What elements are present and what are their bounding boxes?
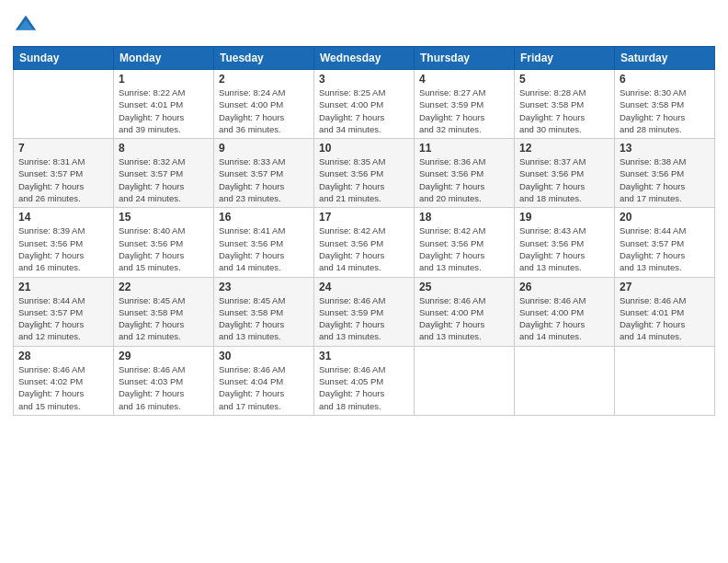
day-detail: Sunrise: 8:40 AM Sunset: 3:56 PM Dayligh… [119, 224, 209, 273]
calendar-cell: 20Sunrise: 8:44 AM Sunset: 3:57 PM Dayli… [615, 208, 715, 277]
calendar-cell: 26Sunrise: 8:46 AM Sunset: 4:00 PM Dayli… [515, 277, 615, 346]
day-number: 27 [620, 281, 710, 293]
calendar-cell [14, 70, 114, 139]
calendar-cell: 23Sunrise: 8:45 AM Sunset: 3:58 PM Dayli… [214, 277, 314, 346]
calendar-week-4: 21Sunrise: 8:44 AM Sunset: 3:57 PM Dayli… [14, 277, 715, 346]
calendar-cell: 12Sunrise: 8:37 AM Sunset: 3:56 PM Dayli… [515, 139, 615, 208]
day-number: 21 [18, 281, 108, 293]
day-number: 23 [219, 281, 309, 293]
day-detail: Sunrise: 8:28 AM Sunset: 3:58 PM Dayligh… [519, 86, 609, 135]
day-detail: Sunrise: 8:44 AM Sunset: 3:57 PM Dayligh… [18, 294, 108, 343]
day-number: 9 [219, 142, 309, 155]
logo-icon [13, 13, 39, 39]
day-number: 3 [319, 73, 409, 86]
col-header-tuesday: Tuesday [214, 47, 314, 70]
calendar-cell: 28Sunrise: 8:46 AM Sunset: 4:02 PM Dayli… [14, 346, 114, 415]
calendar-header-row: SundayMondayTuesdayWednesdayThursdayFrid… [14, 47, 715, 70]
day-detail: Sunrise: 8:25 AM Sunset: 4:00 PM Dayligh… [319, 86, 409, 135]
day-detail: Sunrise: 8:46 AM Sunset: 4:05 PM Dayligh… [319, 363, 409, 412]
calendar-cell: 27Sunrise: 8:46 AM Sunset: 4:01 PM Dayli… [615, 277, 715, 346]
day-detail: Sunrise: 8:31 AM Sunset: 3:57 PM Dayligh… [18, 155, 108, 204]
calendar-cell: 8Sunrise: 8:32 AM Sunset: 3:57 PM Daylig… [114, 139, 214, 208]
col-header-monday: Monday [114, 47, 214, 70]
calendar-cell: 5Sunrise: 8:28 AM Sunset: 3:58 PM Daylig… [515, 70, 615, 139]
calendar-cell: 14Sunrise: 8:39 AM Sunset: 3:56 PM Dayli… [14, 208, 114, 277]
calendar-week-5: 28Sunrise: 8:46 AM Sunset: 4:02 PM Dayli… [14, 346, 715, 415]
day-detail: Sunrise: 8:45 AM Sunset: 3:58 PM Dayligh… [119, 294, 209, 343]
day-number: 29 [119, 350, 209, 362]
day-number: 5 [519, 73, 609, 86]
calendar-cell: 31Sunrise: 8:46 AM Sunset: 4:05 PM Dayli… [314, 346, 415, 415]
col-header-wednesday: Wednesday [314, 47, 415, 70]
calendar-cell: 22Sunrise: 8:45 AM Sunset: 3:58 PM Dayli… [114, 277, 214, 346]
day-detail: Sunrise: 8:46 AM Sunset: 4:01 PM Dayligh… [620, 294, 710, 343]
calendar-cell: 19Sunrise: 8:43 AM Sunset: 3:56 PM Dayli… [515, 208, 615, 277]
calendar-cell: 6Sunrise: 8:30 AM Sunset: 3:58 PM Daylig… [615, 70, 715, 139]
day-detail: Sunrise: 8:37 AM Sunset: 3:56 PM Dayligh… [519, 155, 609, 204]
day-number: 19 [519, 211, 609, 224]
col-header-sunday: Sunday [14, 47, 114, 70]
col-header-thursday: Thursday [415, 47, 515, 70]
day-number: 28 [18, 350, 108, 362]
calendar-cell: 15Sunrise: 8:40 AM Sunset: 3:56 PM Dayli… [114, 208, 214, 277]
calendar-cell: 3Sunrise: 8:25 AM Sunset: 4:00 PM Daylig… [314, 70, 415, 139]
day-detail: Sunrise: 8:46 AM Sunset: 4:02 PM Dayligh… [18, 363, 108, 412]
day-number: 7 [18, 142, 108, 155]
day-number: 31 [319, 350, 409, 362]
day-number: 17 [319, 211, 409, 224]
day-detail: Sunrise: 8:22 AM Sunset: 4:01 PM Dayligh… [119, 86, 209, 135]
calendar-table: SundayMondayTuesdayWednesdayThursdayFrid… [13, 46, 715, 416]
page: SundayMondayTuesdayWednesdayThursdayFrid… [0, 0, 728, 563]
day-number: 15 [119, 211, 209, 224]
day-detail: Sunrise: 8:45 AM Sunset: 3:58 PM Dayligh… [219, 294, 309, 343]
day-number: 24 [319, 281, 409, 293]
day-detail: Sunrise: 8:41 AM Sunset: 3:56 PM Dayligh… [219, 224, 309, 273]
calendar-cell [515, 346, 615, 415]
day-detail: Sunrise: 8:42 AM Sunset: 3:56 PM Dayligh… [319, 224, 409, 273]
calendar-cell: 11Sunrise: 8:36 AM Sunset: 3:56 PM Dayli… [415, 139, 515, 208]
day-number: 26 [519, 281, 609, 293]
day-detail: Sunrise: 8:44 AM Sunset: 3:57 PM Dayligh… [620, 224, 710, 273]
day-detail: Sunrise: 8:36 AM Sunset: 3:56 PM Dayligh… [419, 155, 509, 204]
day-number: 22 [119, 281, 209, 293]
calendar-cell: 16Sunrise: 8:41 AM Sunset: 3:56 PM Dayli… [214, 208, 314, 277]
day-detail: Sunrise: 8:46 AM Sunset: 4:00 PM Dayligh… [519, 294, 609, 343]
day-detail: Sunrise: 8:43 AM Sunset: 3:56 PM Dayligh… [519, 224, 609, 273]
header [13, 9, 715, 39]
calendar-cell: 17Sunrise: 8:42 AM Sunset: 3:56 PM Dayli… [314, 208, 415, 277]
day-number: 12 [519, 142, 609, 155]
day-detail: Sunrise: 8:46 AM Sunset: 4:00 PM Dayligh… [419, 294, 509, 343]
day-number: 10 [319, 142, 409, 155]
day-detail: Sunrise: 8:30 AM Sunset: 3:58 PM Dayligh… [620, 86, 710, 135]
day-number: 6 [620, 73, 710, 86]
day-number: 4 [419, 73, 509, 86]
day-detail: Sunrise: 8:42 AM Sunset: 3:56 PM Dayligh… [419, 224, 509, 273]
calendar-cell: 9Sunrise: 8:33 AM Sunset: 3:57 PM Daylig… [214, 139, 314, 208]
calendar-cell: 29Sunrise: 8:46 AM Sunset: 4:03 PM Dayli… [114, 346, 214, 415]
day-number: 18 [419, 211, 509, 224]
day-detail: Sunrise: 8:39 AM Sunset: 3:56 PM Dayligh… [18, 224, 108, 273]
day-detail: Sunrise: 8:38 AM Sunset: 3:56 PM Dayligh… [620, 155, 710, 204]
logo [13, 13, 42, 39]
day-detail: Sunrise: 8:46 AM Sunset: 3:59 PM Dayligh… [319, 294, 409, 343]
day-detail: Sunrise: 8:32 AM Sunset: 3:57 PM Dayligh… [119, 155, 209, 204]
calendar-cell: 4Sunrise: 8:27 AM Sunset: 3:59 PM Daylig… [415, 70, 515, 139]
calendar-week-3: 14Sunrise: 8:39 AM Sunset: 3:56 PM Dayli… [14, 208, 715, 277]
calendar-cell: 13Sunrise: 8:38 AM Sunset: 3:56 PM Dayli… [615, 139, 715, 208]
calendar-cell [615, 346, 715, 415]
day-detail: Sunrise: 8:24 AM Sunset: 4:00 PM Dayligh… [219, 86, 309, 135]
day-number: 20 [620, 211, 710, 224]
day-number: 25 [419, 281, 509, 293]
day-number: 1 [119, 73, 209, 86]
day-detail: Sunrise: 8:46 AM Sunset: 4:03 PM Dayligh… [119, 363, 209, 412]
calendar-week-1: 1Sunrise: 8:22 AM Sunset: 4:01 PM Daylig… [14, 70, 715, 139]
day-number: 16 [219, 211, 309, 224]
calendar-cell: 25Sunrise: 8:46 AM Sunset: 4:00 PM Dayli… [415, 277, 515, 346]
col-header-saturday: Saturday [615, 47, 715, 70]
day-detail: Sunrise: 8:35 AM Sunset: 3:56 PM Dayligh… [319, 155, 409, 204]
calendar-cell [415, 346, 515, 415]
calendar-cell: 10Sunrise: 8:35 AM Sunset: 3:56 PM Dayli… [314, 139, 415, 208]
col-header-friday: Friday [515, 47, 615, 70]
calendar-cell: 21Sunrise: 8:44 AM Sunset: 3:57 PM Dayli… [14, 277, 114, 346]
day-number: 8 [119, 142, 209, 155]
